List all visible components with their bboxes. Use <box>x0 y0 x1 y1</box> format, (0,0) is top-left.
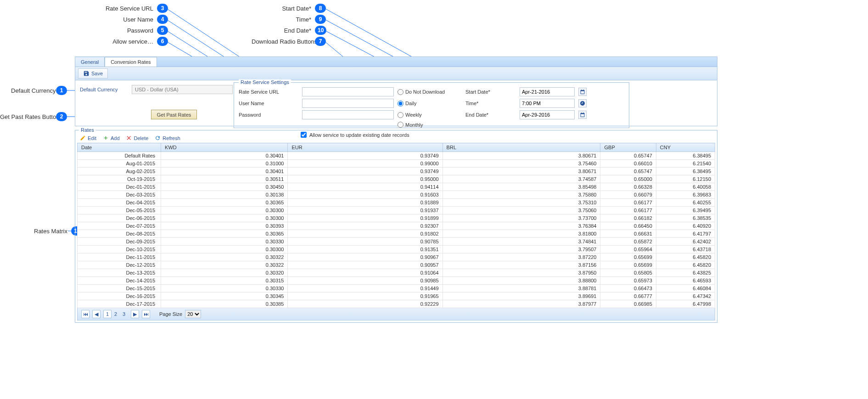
rates-delete-button[interactable]: Delete <box>126 135 149 141</box>
radio-do-not-download[interactable] <box>398 89 403 95</box>
table-row[interactable]: Dec-08-20150.303650.918023.818000.666316… <box>78 230 715 238</box>
rates-fieldset: Rates Edit Add Delete Refresh <box>75 130 717 323</box>
cell-kwd: 0.31000 <box>161 160 288 168</box>
radio-weekly[interactable] <box>398 112 403 118</box>
tab-conversion-rates[interactable]: Conversion Rates <box>105 57 157 67</box>
allow-service-checkbox[interactable] <box>301 132 307 138</box>
cell-cny: 6.40058 <box>656 183 715 191</box>
time-picker-button[interactable] <box>578 99 587 107</box>
cell-brl: 3.75060 <box>442 207 600 214</box>
end-date-input[interactable] <box>520 110 575 119</box>
table-row[interactable]: Aug-02-20150.304010.937493.806710.657476… <box>78 168 715 175</box>
cell-eur: 0.94114 <box>288 183 442 191</box>
table-row[interactable]: Default Rates0.304010.937493.806710.6574… <box>78 152 715 160</box>
tab-general[interactable]: General <box>75 57 105 67</box>
pager-prev[interactable]: ◀ <box>92 310 101 318</box>
cell-cny: 6.38535 <box>656 214 715 222</box>
table-row[interactable]: Dec-11-20150.303220.909673.872200.656996… <box>78 253 715 261</box>
callout-time: Time*9 <box>252 15 326 24</box>
rss-url-input[interactable] <box>302 87 394 96</box>
pager-page-3[interactable]: 3 <box>120 310 128 318</box>
cell-date: Dec-10-2015 <box>78 246 161 253</box>
table-row[interactable]: Dec-01-20150.304500.941143.854980.663286… <box>78 183 715 191</box>
cell-brl: 3.87950 <box>442 269 600 277</box>
table-row[interactable]: Dec-06-20150.303000.918993.737000.661826… <box>78 214 715 222</box>
tab-strip: General Conversion Rates <box>75 56 717 67</box>
cell-eur: 0.93749 <box>288 152 442 160</box>
cell-cny: 6.38495 <box>656 168 715 175</box>
col-date[interactable]: Date <box>78 143 161 152</box>
callout-user-name: User Name4 <box>98 15 168 24</box>
cell-kwd: 0.30385 <box>161 300 288 308</box>
pager-page-1[interactable]: 1 <box>103 310 112 318</box>
cell-eur: 0.90785 <box>288 238 442 246</box>
cell-cny: 6.43718 <box>656 246 715 253</box>
table-row[interactable]: Dec-05-20150.303000.919373.750600.661776… <box>78 207 715 214</box>
col-cny[interactable]: CNY <box>656 143 715 152</box>
form-area: Default Currency Get Past Rates Rate Ser… <box>75 80 717 126</box>
col-kwd[interactable]: KWD <box>161 143 288 152</box>
save-button[interactable]: Save <box>78 68 108 79</box>
rss-pass-input[interactable] <box>302 110 394 119</box>
rss-legend: Rate Service Settings <box>239 79 291 85</box>
start-date-picker-button[interactable] <box>578 88 587 96</box>
cell-brl: 3.88781 <box>442 285 600 292</box>
rates-refresh-button[interactable]: Refresh <box>155 135 180 141</box>
rates-edit-button[interactable]: Edit <box>80 135 96 141</box>
cell-eur: 0.90985 <box>288 277 442 285</box>
table-row[interactable]: Dec-09-20150.303300.907853.748410.658726… <box>78 238 715 246</box>
start-date-input[interactable] <box>520 87 575 96</box>
table-row[interactable]: Dec-17-20150.303850.922293.879770.669856… <box>78 300 715 308</box>
radio-daily[interactable] <box>398 101 403 107</box>
cell-gbp: 0.66631 <box>600 230 656 238</box>
table-row[interactable]: Aug-01-20150.310000.990003.754600.660106… <box>78 160 715 168</box>
table-row[interactable]: Dec-14-20150.303150.909853.888000.659736… <box>78 277 715 285</box>
calendar-icon <box>580 89 585 95</box>
time-input[interactable] <box>520 99 575 108</box>
cell-gbp: 0.66010 <box>600 160 656 168</box>
cell-date: Dec-04-2015 <box>78 199 161 207</box>
cell-cny: 6.45820 <box>656 253 715 261</box>
rates-add-button[interactable]: Add <box>103 135 120 141</box>
table-row[interactable]: Dec-03-20150.301380.916033.758800.660796… <box>78 191 715 199</box>
cell-date: Oct-19-2015 <box>78 175 161 183</box>
col-gbp[interactable]: GBP <box>600 143 656 152</box>
page-size-select[interactable]: 20 <box>185 310 201 318</box>
pager-page-2[interactable]: 2 <box>112 310 120 318</box>
col-brl[interactable]: BRL <box>442 143 600 152</box>
cell-kwd: 0.30320 <box>161 269 288 277</box>
callout-start-date: Start Date*8 <box>252 4 326 13</box>
col-eur[interactable]: EUR <box>288 143 442 152</box>
cell-eur: 0.91937 <box>288 207 442 214</box>
pager-last[interactable]: ⏭ <box>142 310 150 318</box>
table-row[interactable]: Dec-07-20150.303930.923073.763840.664506… <box>78 222 715 230</box>
end-date-label: End Date* <box>465 112 516 118</box>
rss-url-label: Rate Service URL <box>239 89 298 95</box>
cell-gbp: 0.66182 <box>600 214 656 222</box>
cell-brl: 3.75310 <box>442 199 600 207</box>
get-past-rates-button[interactable]: Get Past Rates <box>151 110 197 119</box>
cell-gbp: 0.66177 <box>600 207 656 214</box>
table-row[interactable]: Dec-13-20150.303200.910643.879500.658056… <box>78 269 715 277</box>
radio-monthly[interactable] <box>398 122 403 128</box>
table-row[interactable]: Dec-10-20150.303000.913513.795070.659646… <box>78 246 715 253</box>
cell-date: Default Rates <box>78 152 161 160</box>
rss-user-input[interactable] <box>302 99 394 108</box>
cell-cny: 6.46084 <box>656 285 715 292</box>
cell-cny: 6.12150 <box>656 175 715 183</box>
table-row[interactable]: Dec-16-20150.303450.919653.896910.667776… <box>78 292 715 300</box>
table-row[interactable]: Dec-12-20150.303220.909573.871560.656996… <box>78 261 715 269</box>
cell-cny: 6.41797 <box>656 230 715 238</box>
pager-next[interactable]: ▶ <box>131 310 139 318</box>
pager-first[interactable]: ⏮ <box>81 310 90 318</box>
table-row[interactable]: Oct-19-20150.305110.950003.745870.650006… <box>78 175 715 183</box>
default-currency-input[interactable] <box>132 85 233 94</box>
x-icon <box>126 135 132 141</box>
table-row[interactable]: Dec-15-20150.303300.914493.887810.664736… <box>78 285 715 292</box>
cell-date: Dec-11-2015 <box>78 253 161 261</box>
table-row[interactable]: Dec-04-20150.303650.918893.753100.661776… <box>78 199 715 207</box>
cell-kwd: 0.30365 <box>161 199 288 207</box>
cell-kwd: 0.30138 <box>161 191 288 199</box>
cell-eur: 0.93749 <box>288 168 442 175</box>
end-date-picker-button[interactable] <box>578 111 587 119</box>
